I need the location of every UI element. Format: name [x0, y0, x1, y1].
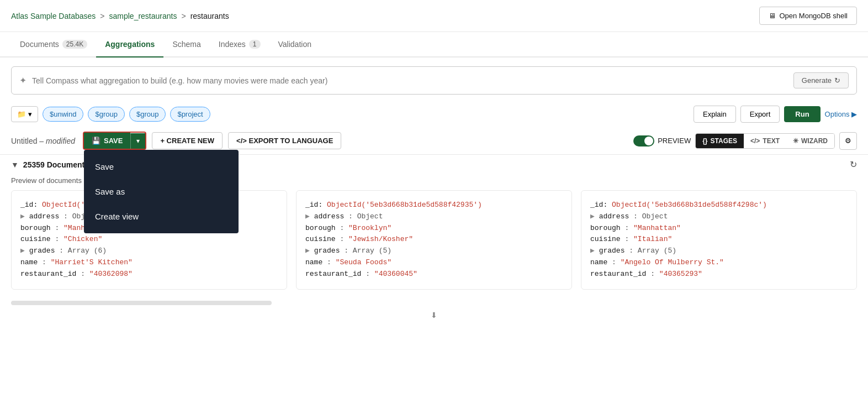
- preview-toggle[interactable]: [633, 135, 654, 146]
- text-icon: </>: [750, 137, 760, 145]
- create-view-option[interactable]: Create view: [84, 204, 239, 229]
- action-bar: Untitled – modified 💾 SAVE ▾ Save Save a…: [0, 127, 868, 154]
- refresh-icon: ↻: [850, 160, 857, 169]
- tab-validation[interactable]: Validation: [269, 32, 320, 57]
- save-button-group: 💾 SAVE ▾ Save Save as Create view: [83, 132, 146, 150]
- stage-chip-project[interactable]: $project: [170, 107, 210, 122]
- table-row: _id: ObjectId('5eb3d668b31de5d588f42935'…: [296, 190, 572, 290]
- stage-chip-unwind[interactable]: $unwind: [43, 107, 83, 122]
- save-icon: 💾: [92, 137, 100, 145]
- run-button[interactable]: Run: [784, 106, 820, 122]
- bottom-bar: ⬇: [0, 305, 868, 325]
- breadcrumb: Atlas Sample Databases > sample_restaura…: [11, 12, 229, 20]
- tab-aggregations[interactable]: Aggregations: [96, 32, 163, 57]
- breadcrumb-root[interactable]: Atlas Sample Databases: [11, 12, 96, 20]
- ai-icon: ✦: [19, 75, 27, 86]
- save-dropdown-button[interactable]: ▾: [130, 133, 145, 149]
- table-row: _id: ObjectId('5eb3d668b31de5d588f4298c'…: [581, 190, 857, 290]
- stages-icon: {}: [702, 137, 707, 145]
- stage-chip-group2[interactable]: $group: [129, 107, 166, 122]
- tab-indexes[interactable]: Indexes 1: [210, 32, 269, 57]
- export-to-language-button[interactable]: </> EXPORT TO LANGUAGE: [228, 132, 341, 149]
- toolbar-right: Explain Export Run Options ▶: [694, 106, 857, 123]
- wizard-view-button[interactable]: ✳ WIZARD: [786, 134, 834, 148]
- terminal-icon: ⁠🖥: [769, 12, 776, 20]
- save-as-option[interactable]: Save as: [84, 179, 239, 204]
- down-icon: ⬇: [431, 311, 437, 320]
- untitled-label: Untitled – modified: [11, 137, 75, 145]
- tab-schema[interactable]: Schema: [163, 32, 209, 57]
- view-mode-group: {} STAGES </> TEXT ✳ WIZARD: [695, 133, 835, 149]
- wizard-icon: ✳: [793, 137, 798, 145]
- tabs-bar: Documents 25.4K Aggregations Schema Inde…: [0, 32, 868, 57]
- breadcrumb-sep1: >: [100, 12, 104, 20]
- top-bar: Atlas Sample Databases > sample_restaura…: [0, 0, 868, 32]
- refresh-icon: ↻: [834, 76, 840, 85]
- pipeline-toolbar: 📁 ▾ $unwind $group $group $project Expla…: [0, 101, 868, 127]
- horizontal-scrollbar[interactable]: [11, 301, 272, 305]
- save-main-button[interactable]: 💾 SAVE: [84, 133, 130, 149]
- generate-button[interactable]: Generate ↻: [793, 72, 849, 88]
- collapse-icon[interactable]: ▼: [11, 160, 19, 169]
- breadcrumb-sep2: >: [181, 12, 186, 20]
- ai-input-bar: ✦ Generate ↻: [11, 66, 857, 95]
- preview-label: PREVIEW: [658, 137, 691, 145]
- create-new-button[interactable]: + CREATE NEW: [152, 132, 223, 149]
- options-button[interactable]: Options ▶: [825, 110, 857, 118]
- breadcrumb-middle[interactable]: sample_restaurants: [109, 12, 177, 20]
- results-count: 25359 Documents: [23, 160, 89, 169]
- export-button[interactable]: Export: [740, 106, 780, 123]
- stage-chip-group1[interactable]: $group: [88, 107, 124, 122]
- save-option[interactable]: Save: [84, 154, 239, 179]
- text-view-button[interactable]: </> TEXT: [744, 134, 786, 148]
- folder-icon: 📁: [17, 110, 26, 118]
- save-dropdown-menu: Save Save as Create view: [84, 150, 239, 233]
- refresh-button[interactable]: ↻: [850, 159, 857, 170]
- ai-input[interactable]: [32, 76, 788, 85]
- stages-view-button[interactable]: {} STAGES: [696, 134, 744, 148]
- settings-button[interactable]: ⚙: [839, 132, 857, 150]
- explain-button[interactable]: Explain: [694, 106, 736, 123]
- chevron-down-icon: ▾: [136, 137, 140, 145]
- open-shell-button[interactable]: ⁠🖥 Open MongoDB shell: [759, 7, 857, 25]
- gear-icon: ⚙: [845, 137, 851, 145]
- tab-documents[interactable]: Documents 25.4K: [11, 32, 96, 57]
- preview-toggle-group: PREVIEW: [633, 135, 691, 146]
- action-right: PREVIEW {} STAGES </> TEXT ✳ WIZARD ⚙: [633, 132, 857, 150]
- breadcrumb-current: restaurants: [190, 12, 229, 20]
- folder-button[interactable]: 📁 ▾: [11, 106, 38, 122]
